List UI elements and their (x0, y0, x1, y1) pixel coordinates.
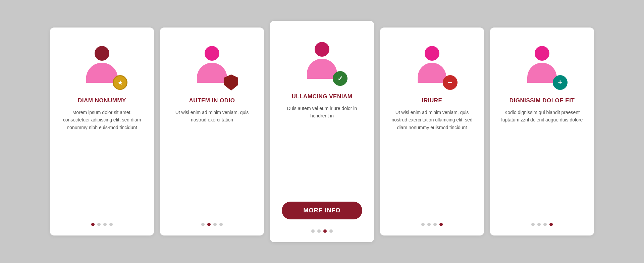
card-1: ★ DIAM NONUMMY Morem ipsum dolor sit ame… (50, 28, 154, 235)
dot-2-2 (213, 223, 217, 226)
card-5-text: Kodio dignissim qui blandit praesent lup… (499, 109, 585, 211)
dot-1-1 (97, 223, 101, 226)
card-5: + DIGNISSIM DOLOE EIT Kodio dignissim qu… (490, 28, 594, 235)
card-2-title: AUTEM IN ODIO (189, 97, 235, 104)
dot-3-2 (323, 229, 327, 233)
dot-3-1 (317, 229, 321, 233)
dot-5-0 (531, 223, 535, 226)
user-body-4 (418, 63, 446, 83)
badge-star-1: ★ (113, 75, 127, 90)
card-1-title: DIAM NONUMMY (78, 97, 126, 104)
user-head-3 (315, 42, 329, 57)
card-4-text: Ut wisi enim ad minim veniam, quis nostr… (389, 109, 475, 211)
card-3-title: ULLAMCING VENIAM (292, 93, 353, 100)
badge-check-3: ✓ (333, 71, 347, 86)
card-3-dots (311, 226, 333, 233)
cards-container: ★ DIAM NONUMMY Morem ipsum dolor sit ame… (30, 7, 614, 256)
card-1-icon-area: ★ (78, 41, 125, 88)
card-4-title: IRIURE (422, 97, 442, 104)
card-5-icon-area: + (519, 41, 566, 88)
more-info-button[interactable]: MORE INFO (282, 202, 362, 219)
user-head-2 (205, 46, 219, 61)
dot-4-2 (433, 223, 437, 226)
card-1-text: Morem ipsum dolor sit amet, consectetuer… (59, 109, 145, 211)
card-2-text: Ut wisi enim ad minim veniam, quis nostr… (169, 109, 255, 211)
card-4: − IRIURE Ut wisi enim ad minim veniam, q… (380, 28, 484, 235)
badge-minus-4: − (443, 75, 458, 90)
plus-icon: + (558, 79, 562, 86)
shield-icon (224, 74, 238, 91)
dot-5-3 (549, 223, 553, 226)
card-3-text: Duis autem vel eum iriure dolor in hendr… (279, 105, 365, 194)
card-4-dots (421, 219, 443, 226)
user-head-4 (425, 46, 439, 61)
card-4-icon-area: − (409, 41, 455, 88)
card-3-icon-area: ✓ (299, 37, 345, 84)
dot-5-1 (537, 223, 541, 226)
dot-4-0 (421, 223, 425, 226)
dot-3-0 (311, 229, 315, 233)
user-body-2 (197, 63, 227, 83)
card-1-dots (91, 219, 113, 226)
dot-5-2 (543, 223, 547, 226)
card-2-icon-area (189, 41, 235, 88)
card-3: ✓ ULLAMCING VENIAM Duis autem vel eum ir… (270, 21, 374, 242)
check-icon: ✓ (337, 74, 343, 83)
dot-1-2 (103, 223, 107, 226)
user-head-1 (95, 46, 109, 61)
dot-4-3 (439, 223, 443, 226)
dot-3-3 (329, 229, 333, 233)
badge-plus-5: + (553, 75, 568, 90)
dot-1-0 (91, 223, 95, 226)
dot-4-1 (427, 223, 431, 226)
dot-2-0 (201, 223, 205, 226)
minus-icon: − (448, 78, 452, 87)
card-2-dots (201, 219, 223, 226)
card-5-dots (531, 219, 553, 226)
dot-1-3 (109, 223, 113, 226)
card-2: AUTEM IN ODIO Ut wisi enim ad minim veni… (160, 28, 264, 235)
dot-2-3 (219, 223, 223, 226)
dot-2-1 (207, 223, 211, 226)
user-body-3 (307, 59, 337, 79)
card-5-title: DIGNISSIM DOLOE EIT (509, 97, 575, 104)
user-head-5 (535, 46, 549, 61)
user-body-5 (527, 63, 557, 83)
star-icon: ★ (118, 80, 122, 86)
